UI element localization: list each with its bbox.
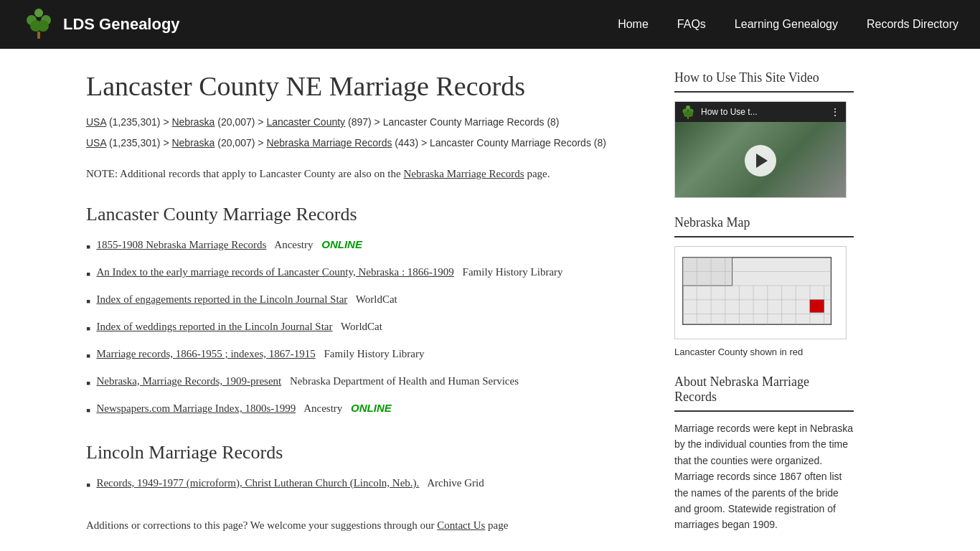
breadcrumb-ne-marriage[interactable]: Nebraska Marriage Records <box>266 137 392 149</box>
video-logo-icon <box>681 105 695 119</box>
lancaster-county-highlight <box>810 300 824 313</box>
main-content: Lancaster County NE Marriage Records USA… <box>86 70 674 550</box>
record-link-6[interactable]: Nebraska, Marriage Records, 1909-present <box>96 373 281 390</box>
video-thumbnail[interactable]: How to Use t... ⋮ <box>674 101 847 198</box>
about-section-heading: About Nebraska Marriage Records <box>674 375 854 405</box>
contact-us-link[interactable]: Contact Us <box>437 519 485 531</box>
video-section-heading: How to Use This Site Video <box>674 70 854 85</box>
site-logo[interactable]: LDS Genealogy <box>22 7 618 42</box>
nav-learning[interactable]: Learning Genealogy <box>735 18 838 30</box>
video-title: How to Use t... <box>701 107 758 117</box>
breadcrumb-line-1: USA (1,235,301) > Nebraska (20,007) > La… <box>86 115 646 130</box>
record-link-5[interactable]: Marriage records, 1866-1955 ; indexes, 1… <box>96 346 315 362</box>
video-body[interactable] <box>675 122 846 198</box>
record-link-3[interactable]: Index of engagements reported in the Lin… <box>96 291 347 308</box>
logo-text: LDS Genealogy <box>63 15 180 34</box>
breadcrumb-lancaster[interactable]: Lancaster County <box>266 116 345 128</box>
about-text: Marriage records were kept in Nebraska b… <box>674 420 854 533</box>
record-link-8[interactable]: Records, 1949-1977 (microform), Christ L… <box>96 475 419 491</box>
breadcrumb-nebraska-1[interactable]: Nebraska <box>171 116 215 128</box>
online-badge: ONLINE <box>321 237 362 253</box>
svg-point-10 <box>687 111 693 117</box>
record-link-2[interactable]: An Index to the early marriage records o… <box>96 264 453 281</box>
video-section: How to Use This Site Video How to Use t.… <box>674 70 854 198</box>
list-item: Records, 1949-1977 (microform), Christ L… <box>86 475 646 495</box>
footer-note: Additions or corrections to this page? W… <box>86 517 646 534</box>
record-link-4[interactable]: Index of weddings reported in the Lincol… <box>96 319 332 335</box>
divider-1 <box>674 91 854 93</box>
record-link-1[interactable]: 1855-1908 Nebraska Marriage Records <box>96 237 266 253</box>
list-item: Nebraska, Marriage Records, 1909-present… <box>86 373 646 393</box>
online-badge-2: ONLINE <box>351 400 392 417</box>
list-item: Marriage records, 1866-1955 ; indexes, 1… <box>86 346 646 366</box>
breadcrumb-usa-2[interactable]: USA <box>86 137 106 149</box>
svg-point-0 <box>34 9 43 17</box>
nebraska-map <box>674 246 847 342</box>
section-heading-1: Lancaster County Marriage Records <box>86 204 646 225</box>
ne-marriage-link[interactable]: Nebraska Marriage Records <box>403 168 524 179</box>
video-top-bar: How to Use t... ⋮ <box>675 102 846 122</box>
records-list-2: Records, 1949-1977 (microform), Christ L… <box>86 475 646 495</box>
divider-2 <box>674 236 854 237</box>
map-svg <box>674 246 847 339</box>
map-section: Nebraska Map <box>674 215 854 357</box>
nav-home[interactable]: Home <box>618 18 649 30</box>
section-heading-2: Lincoln Marriage Records <box>86 442 646 463</box>
breadcrumb-nebraska-2[interactable]: Nebraska <box>171 137 215 149</box>
list-item: 1855-1908 Nebraska Marriage Records Ance… <box>86 237 646 257</box>
video-menu-dots[interactable]: ⋮ <box>830 106 840 118</box>
svg-rect-11 <box>687 116 689 119</box>
breadcrumb-usa-1[interactable]: USA <box>86 116 106 128</box>
logo-tree-icon <box>22 7 56 42</box>
play-triangle-icon <box>756 154 768 168</box>
map-section-heading: Nebraska Map <box>674 215 854 230</box>
list-item: An Index to the early marriage records o… <box>86 264 646 284</box>
nav-records[interactable]: Records Directory <box>867 18 958 30</box>
svg-rect-5 <box>37 32 40 39</box>
list-item: Index of engagements reported in the Lin… <box>86 291 646 311</box>
nav-links: Home FAQs Learning Genealogy Records Dir… <box>618 18 958 31</box>
divider-3 <box>674 410 854 412</box>
svg-point-4 <box>37 20 49 32</box>
sidebar: How to Use This Site Video How to Use t.… <box>674 70 854 550</box>
list-item: Newspapers.com Marriage Index, 1800s-199… <box>86 400 646 420</box>
breadcrumb-line-2: USA (1,235,301) > Nebraska (20,007) > Ne… <box>86 136 646 151</box>
note-text: NOTE: Additional records that apply to L… <box>86 165 646 182</box>
map-caption: Lancaster County shown in red <box>674 347 854 357</box>
about-section: About Nebraska Marriage Records Marriage… <box>674 375 854 533</box>
records-list-1: 1855-1908 Nebraska Marriage Records Ance… <box>86 237 646 420</box>
nav-faqs[interactable]: FAQs <box>677 18 706 30</box>
breadcrumbs: USA (1,235,301) > Nebraska (20,007) > La… <box>86 115 646 151</box>
navbar: LDS Genealogy Home FAQs Learning Genealo… <box>0 0 980 49</box>
page-title: Lancaster County NE Marriage Records <box>86 70 646 102</box>
list-item: Index of weddings reported in the Lincol… <box>86 319 646 339</box>
play-button[interactable] <box>745 145 776 176</box>
record-link-7[interactable]: Newspapers.com Marriage Index, 1800s-199… <box>96 400 296 417</box>
